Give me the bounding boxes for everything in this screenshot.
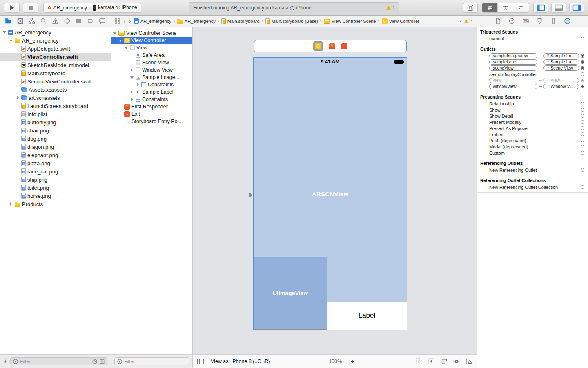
file-row[interactable]: SecondViewController.swift xyxy=(0,77,111,85)
zoom-in-button[interactable]: + xyxy=(351,358,354,365)
connection-well[interactable] xyxy=(581,114,584,118)
issue-navigator-button[interactable] xyxy=(52,18,59,25)
report-navigator-button[interactable] xyxy=(99,18,106,25)
test-navigator-button[interactable] xyxy=(64,18,71,25)
outline-row[interactable]: →Storyboard Entry Poi... xyxy=(111,118,192,125)
update-frames-button[interactable] xyxy=(416,358,423,365)
version-editor-button[interactable] xyxy=(513,3,529,12)
pin-button[interactable] xyxy=(453,358,460,365)
file-row[interactable]: SketchResModel.mlmodel xyxy=(0,61,111,69)
outline-row[interactable]: Sample Image... xyxy=(111,74,192,81)
connection-row[interactable]: sceneView*Scene View xyxy=(477,65,588,71)
file-row[interactable]: Info.plist xyxy=(0,110,111,118)
file-row[interactable]: Assets.xcassets xyxy=(0,85,111,94)
disclosure-triangle[interactable] xyxy=(130,68,134,72)
outline-row[interactable]: Constraints xyxy=(111,96,192,103)
standard-editor-button[interactable] xyxy=(482,3,498,12)
connection-well[interactable] xyxy=(581,126,584,130)
file-row[interactable]: LaunchScreen.storyboard xyxy=(0,102,111,110)
breadcrumb-item[interactable]: AR_emergency xyxy=(177,18,216,24)
outline-row[interactable]: View Controller Scene xyxy=(111,29,192,37)
connection-well[interactable] xyxy=(581,145,584,148)
connection-row[interactable]: windowView*Window View xyxy=(477,83,588,90)
file-inspector-button[interactable] xyxy=(494,18,501,25)
breadcrumb-item[interactable]: View Controller Scene xyxy=(324,19,376,24)
sample-label-view[interactable]: Label xyxy=(327,302,407,330)
zoom-level[interactable]: 100% xyxy=(329,359,342,364)
outline-row[interactable]: Safe Area xyxy=(111,52,192,59)
find-navigator-button[interactable] xyxy=(40,18,47,25)
run-button[interactable] xyxy=(4,3,20,13)
connection-well[interactable] xyxy=(581,132,584,136)
navigator-filter-field[interactable] xyxy=(10,357,107,365)
connection-well[interactable] xyxy=(581,108,584,112)
connection-well[interactable] xyxy=(581,37,584,40)
outline-row[interactable]: LSample Label xyxy=(111,88,192,96)
issue-warning-icon[interactable] xyxy=(464,20,468,23)
outlet-name-capsule[interactable]: sampleLabel xyxy=(489,59,537,65)
connection-well[interactable] xyxy=(581,54,584,58)
previous-issue-button[interactable]: ‹ xyxy=(459,18,462,24)
first-responder-dock-button[interactable]: 1 xyxy=(329,43,335,49)
connection-well[interactable] xyxy=(581,168,584,172)
outline-filter-input[interactable] xyxy=(124,359,187,364)
assistant-editor-button[interactable] xyxy=(498,3,513,12)
outline-row[interactable]: View Controller xyxy=(111,37,192,44)
file-row[interactable]: AR_emergency xyxy=(0,28,111,36)
sample-image-view[interactable]: UIImageView xyxy=(254,257,327,330)
connection-slot-row[interactable]: Present Modally xyxy=(477,119,588,125)
file-row[interactable]: Main.storyboard xyxy=(0,69,111,77)
connection-slot-row[interactable]: Relationship xyxy=(477,101,588,107)
connection-slot-row[interactable]: searchDisplayController xyxy=(477,71,588,77)
outlet-name-capsule[interactable]: windowView xyxy=(489,84,537,89)
file-row[interactable]: race_car.png xyxy=(0,167,111,175)
connection-slot-row[interactable]: manual xyxy=(477,36,588,42)
connection-well[interactable] xyxy=(581,151,584,155)
disclosure-triangle[interactable] xyxy=(9,38,13,43)
disclosure-triangle[interactable] xyxy=(130,90,134,94)
outline-toggle-icon[interactable] xyxy=(197,358,204,364)
connected-object-capsule[interactable]: *Window View xyxy=(543,84,579,89)
connection-slot-row[interactable]: Push (deprecated) xyxy=(477,137,588,144)
file-row[interactable]: pizza.png xyxy=(0,159,111,167)
view-as-control[interactable]: View as: iPhone 8 (wC hR) xyxy=(211,359,270,364)
outline-row[interactable]: Scene View xyxy=(111,59,192,66)
file-row[interactable]: AR_emergency xyxy=(0,36,111,45)
scheme-name[interactable]: AR_emergency xyxy=(53,5,87,11)
activity-viewer-button[interactable] xyxy=(463,3,478,13)
back-button[interactable]: ‹ xyxy=(122,18,126,24)
outlet-name-capsule[interactable]: view xyxy=(489,78,537,83)
file-row[interactable]: ship.png xyxy=(0,175,111,184)
connection-slot-row[interactable]: New Referencing Outlet xyxy=(477,167,588,173)
attributes-inspector-button[interactable] xyxy=(536,18,543,25)
connection-well[interactable] xyxy=(581,102,584,105)
symbol-navigator-button[interactable] xyxy=(17,18,24,25)
file-row[interactable]: toilet.png xyxy=(0,184,111,192)
identity-inspector-button[interactable] xyxy=(522,18,529,25)
connected-object-capsule[interactable]: *Scene View xyxy=(543,65,579,71)
disclosure-triangle[interactable] xyxy=(124,46,128,50)
connected-object-capsule[interactable]: *View xyxy=(543,78,579,83)
exit-dock-button[interactable]: → xyxy=(341,43,347,49)
file-row[interactable]: horse.png xyxy=(0,192,111,200)
connection-slot-row[interactable]: Embed xyxy=(477,131,588,137)
file-row[interactable]: AppDelegate.swift xyxy=(0,45,111,53)
align-button[interactable] xyxy=(440,358,448,365)
connection-row[interactable]: sampleImageView*Sample Image Vi... xyxy=(477,53,588,59)
stop-button[interactable] xyxy=(23,3,38,13)
panel-left-button[interactable] xyxy=(533,3,548,13)
view-controller-dock-button[interactable] xyxy=(313,41,323,51)
disclosure-triangle[interactable] xyxy=(9,202,13,206)
view-controller-view[interactable]: 9:41 AM ARSCNView UIImageView Label xyxy=(253,57,407,330)
file-row[interactable]: ViewController.swift xyxy=(0,53,111,61)
connection-well[interactable] xyxy=(581,72,584,76)
connection-slot-row[interactable]: Custom xyxy=(477,150,588,156)
disclosure-triangle[interactable] xyxy=(130,97,134,101)
connection-slot-row[interactable]: Modal (deprecated) xyxy=(477,144,588,150)
related-items-icon[interactable] xyxy=(114,18,120,24)
debug-navigator-button[interactable] xyxy=(75,18,82,25)
connection-well[interactable] xyxy=(581,185,584,189)
size-inspector-button[interactable] xyxy=(550,18,557,25)
outline-filter-field[interactable] xyxy=(114,357,189,365)
connection-well[interactable] xyxy=(581,79,584,82)
